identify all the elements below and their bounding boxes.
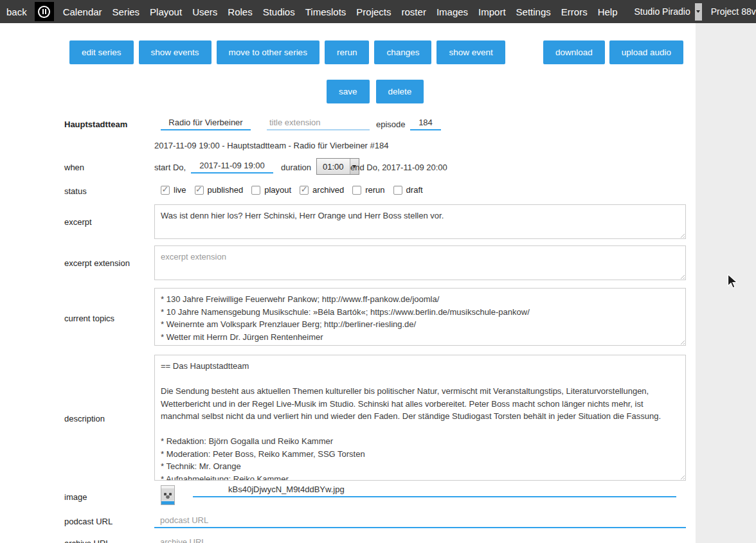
end-datetime-label: end Do, 2017-11-09 20:00 (350, 163, 447, 172)
image-thumbnail[interactable] (161, 485, 175, 505)
rerun-checkbox-label: rerun (365, 185, 384, 195)
description-field-wrap: == Das Hauptstadtteam Die Sendung besteh… (154, 355, 686, 481)
published-checkbox-label: published (208, 185, 244, 195)
episode-label: episode (376, 120, 406, 129)
nav-settings[interactable]: Settings (511, 6, 556, 17)
current-topics-label: current topics (64, 314, 114, 323)
nav-studios[interactable]: Studios (258, 6, 300, 17)
excerpt-label: excerpt (64, 217, 92, 227)
start-datetime-input[interactable] (191, 158, 273, 174)
live-checkbox-label: live (174, 185, 186, 195)
title-extension-input[interactable] (267, 115, 370, 130)
description-label: description (64, 414, 105, 423)
rerun-button[interactable]: rerun (325, 40, 370, 64)
draft-checkbox[interactable] (393, 186, 402, 195)
status-item-playout: playout (251, 185, 291, 195)
rerun-checkbox[interactable] (352, 186, 361, 195)
excerpt-extension-label: excerpt extension (64, 258, 130, 268)
duration-select-value: 01:00 (317, 159, 350, 174)
nav-images[interactable]: Images (431, 6, 473, 17)
show-events-button[interactable]: show events (139, 40, 212, 64)
download-button[interactable]: download (543, 40, 605, 64)
series-name-label: Hauptstadtteam (64, 120, 127, 129)
draft-checkbox-label: draft (406, 185, 423, 195)
nav-errors[interactable]: Errors (556, 6, 593, 17)
upload-audio-button[interactable]: upload audio (609, 40, 683, 64)
app-window: back Calendar Series Playout Users Roles… (0, 0, 756, 543)
archived-checkbox[interactable] (300, 186, 309, 195)
toolbar-audio: download upload audio (543, 40, 683, 64)
status-item-archived: archived (300, 185, 344, 195)
title-input[interactable] (161, 115, 251, 130)
playout-checkbox-label: playout (264, 185, 291, 195)
toolbar-save: save delete (327, 80, 424, 103)
live-checkbox[interactable] (161, 186, 170, 195)
status-item-published: published (195, 185, 244, 195)
excerpt-extension-textarea[interactable] (154, 245, 686, 280)
podcast-url-input[interactable] (154, 513, 686, 528)
top-nav: back Calendar Series Playout Users Roles… (0, 0, 756, 23)
image-label: image (64, 492, 87, 502)
episode-summary: 2017-11-09 19:00 - Hauptstadtteam - Radi… (154, 141, 388, 150)
page-background-gutter (696, 23, 756, 543)
when-label: when (64, 163, 84, 172)
nav-projects[interactable]: Projects (351, 6, 396, 17)
move-to-other-series-button[interactable]: move to other series (217, 40, 320, 64)
nav-help[interactable]: Help (593, 6, 623, 17)
studio-select[interactable]: Studio Piradio (629, 3, 702, 21)
nav-series[interactable]: Series (107, 6, 145, 17)
nav-timeslots[interactable]: Timeslots (300, 6, 352, 17)
status-checkbox-group: live published playout archived rerun dr… (161, 185, 423, 195)
archive-url-label: archive URL (64, 539, 111, 543)
excerpt-textarea[interactable]: Was ist denn hier los? Herr Schinski, He… (154, 204, 686, 239)
nav-playout[interactable]: Playout (145, 6, 187, 17)
episode-input[interactable] (410, 115, 441, 130)
delete-button[interactable]: delete (376, 80, 424, 103)
excerpt-field-wrap: Was ist denn hier los? Herr Schinski, He… (154, 204, 686, 239)
status-label: status (64, 186, 87, 196)
toolbar-main: edit series show events move to other se… (69, 40, 505, 64)
duration-label: duration (281, 163, 311, 172)
pause-circle-icon (38, 6, 50, 18)
nav-import[interactable]: Import (473, 6, 511, 17)
changes-button[interactable]: changes (374, 40, 431, 64)
edit-series-button[interactable]: edit series (69, 40, 134, 64)
nav-users[interactable]: Users (187, 6, 222, 17)
excerpt-extension-field-wrap (154, 245, 686, 280)
nav-roles[interactable]: Roles (222, 6, 257, 17)
studio-select-value: Studio Piradio (629, 3, 695, 21)
current-topics-field-wrap: * 130 Jahre Freiwillige Feuerwehr Pankow… (154, 288, 686, 346)
status-item-rerun: rerun (352, 185, 384, 195)
published-checkbox[interactable] (195, 186, 204, 195)
archive-url-input[interactable] (154, 535, 686, 543)
project-select[interactable]: Project 88vier (706, 3, 756, 21)
nav-back[interactable]: back (0, 6, 32, 17)
playout-checkbox[interactable] (251, 186, 260, 195)
status-item-draft: draft (393, 185, 423, 195)
description-textarea[interactable]: == Das Hauptstadtteam Die Sendung besteh… (154, 355, 686, 481)
show-event-button[interactable]: show event (437, 40, 505, 64)
status-item-live: live (161, 185, 186, 195)
project-select-value: Project 88vier (706, 3, 756, 21)
podcast-url-label: podcast URL (64, 517, 113, 526)
archived-checkbox-label: archived (312, 185, 344, 195)
chevron-down-icon (695, 3, 702, 21)
image-filename-input[interactable] (193, 482, 676, 497)
start-prefix-label: start Do, (154, 163, 186, 172)
save-button[interactable]: save (327, 80, 370, 103)
nav-calendar[interactable]: Calendar (58, 6, 107, 17)
current-topics-textarea[interactable]: * 130 Jahre Freiwillige Feuerwehr Pankow… (154, 288, 686, 346)
nav-roster[interactable]: roster (397, 6, 431, 17)
app-logo[interactable] (35, 2, 54, 21)
